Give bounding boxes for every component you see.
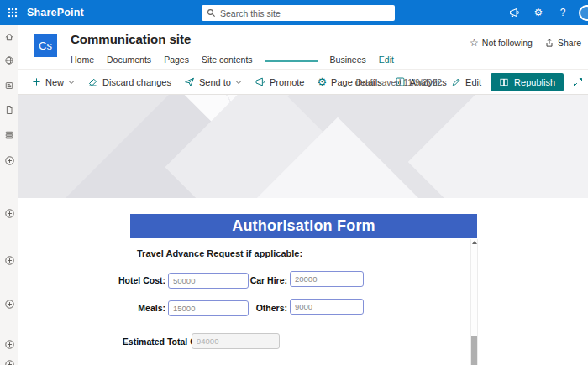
send-to-label: Send to — [199, 77, 231, 87]
search-icon — [207, 8, 216, 18]
app-launcher-waffle-icon[interactable] — [0, 0, 25, 25]
form-scrollbar[interactable] — [470, 239, 478, 365]
home-icon[interactable] — [0, 30, 18, 44]
hero-banner-image — [18, 95, 588, 198]
estimated-total-cost-input — [192, 333, 280, 349]
app-rail — [0, 25, 18, 365]
plus-circle-icon[interactable] — [0, 253, 18, 267]
new-button[interactable]: New — [32, 77, 75, 87]
republish-label: Republish — [514, 77, 555, 87]
suite-bar: SharePoint ⚙ ? — [0, 0, 588, 25]
nav-item-site-contents[interactable]: Site contents — [201, 52, 254, 70]
follow-label: Not following — [482, 38, 533, 48]
form-title: Authorisation Form — [232, 217, 375, 235]
car-hire-label: Car Hire: — [200, 273, 287, 288]
profile-avatar[interactable] — [579, 5, 588, 21]
nav-item-active-blank[interactable] — [265, 57, 318, 65]
new-label: New — [45, 77, 64, 87]
star-icon: ☆ — [470, 37, 479, 49]
scrollbar-thumb[interactable] — [471, 336, 477, 365]
promote-button[interactable]: Promote — [255, 76, 305, 87]
suite-actions: ⚙ ? — [506, 0, 588, 25]
site-nav: Home Documents Pages Site contents Busin… — [70, 51, 395, 70]
form-section-label: Travel Advance Request if applicable: — [137, 248, 302, 258]
send-to-button[interactable]: Send to — [184, 76, 242, 87]
help-icon[interactable]: ? — [554, 4, 571, 21]
gear-icon: ⚙ — [317, 76, 327, 88]
pencil-icon — [451, 77, 461, 87]
discard-changes-label: Discard changes — [102, 77, 171, 87]
library-icon[interactable] — [0, 128, 18, 142]
site-logo[interactable]: Cs — [34, 34, 57, 57]
car-hire-input[interactable] — [290, 271, 364, 287]
follow-button[interactable]: ☆ Not following — [470, 37, 533, 49]
promote-label: Promote — [270, 77, 305, 87]
command-toolbar: New Discard changes Send to Promote ⚙ Pa… — [18, 70, 588, 95]
nav-edit-link[interactable]: Edit — [378, 52, 395, 70]
republish-button[interactable]: Republish — [491, 73, 564, 91]
globe-icon[interactable] — [0, 54, 18, 67]
others-label: Others: — [200, 300, 287, 315]
site-header: Cs Communication site Home Documents Pag… — [18, 25, 588, 70]
chevron-down-icon — [235, 79, 242, 86]
hotel-cost-label: Hotel Cost: — [109, 273, 165, 288]
nav-item-pages[interactable]: Pages — [163, 52, 190, 70]
site-title: Communication site — [71, 32, 191, 46]
share-icon — [544, 38, 554, 48]
chevron-down-icon — [68, 79, 75, 86]
plus-circle-icon[interactable] — [0, 337, 18, 351]
meals-label: Meals: — [109, 300, 165, 315]
site-header-actions: ☆ Not following Share — [470, 37, 581, 49]
settings-gear-icon[interactable]: ⚙ — [530, 4, 547, 21]
nav-item-businees[interactable]: Businees — [329, 52, 367, 70]
share-button[interactable]: Share — [544, 38, 581, 48]
plus-icon — [32, 77, 41, 86]
send-icon — [184, 76, 195, 87]
search-input[interactable] — [220, 8, 390, 18]
site-search[interactable] — [202, 5, 395, 21]
eraser-icon — [87, 76, 98, 87]
sharepoint-window: SharePoint ⚙ ? Cs Communication site — [0, 0, 588, 365]
page-content: Authorisation Form Travel Advance Reques… — [18, 198, 588, 365]
nav-item-home[interactable]: Home — [70, 52, 95, 70]
discard-changes-button[interactable]: Discard changes — [87, 76, 171, 87]
plus-circle-icon[interactable] — [0, 154, 18, 167]
toolbar-right: Draft saved 11/9/2022 Edit Republish — [356, 73, 583, 91]
plus-circle-icon[interactable] — [0, 297, 18, 310]
book-icon — [499, 77, 509, 87]
plus-circle-icon[interactable] — [0, 206, 18, 220]
edit-page-label: Edit — [465, 77, 481, 87]
megaphone-icon — [255, 76, 265, 87]
edit-page-button[interactable]: Edit — [451, 77, 481, 87]
document-icon[interactable] — [0, 103, 18, 117]
expand-diagonal-icon[interactable] — [573, 77, 583, 87]
draft-status: Draft saved 11/9/2022 — [356, 77, 443, 87]
scrollbar-up-arrow-icon[interactable] — [472, 241, 477, 244]
feedback-megaphone-icon[interactable] — [506, 4, 522, 21]
plus-circle-icon[interactable] — [0, 357, 18, 365]
nav-item-documents[interactable]: Documents — [106, 52, 152, 70]
news-icon[interactable] — [0, 79, 18, 92]
sharepoint-brand[interactable]: SharePoint — [27, 7, 84, 18]
others-input[interactable] — [290, 299, 364, 315]
form-title-bar: Authorisation Form — [130, 214, 477, 238]
share-label: Share — [558, 38, 581, 48]
